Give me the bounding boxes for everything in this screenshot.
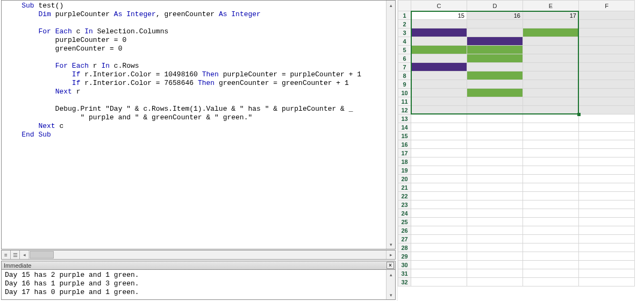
row-header-29[interactable]: 29 xyxy=(398,252,411,261)
cell-F28[interactable] xyxy=(579,243,635,252)
cell-C9[interactable] xyxy=(411,80,467,89)
cell-F8[interactable] xyxy=(579,71,635,80)
row-header-24[interactable]: 24 xyxy=(398,209,411,218)
cell-D20[interactable] xyxy=(467,175,523,183)
cell-C17[interactable] xyxy=(411,149,467,157)
cell-F13[interactable] xyxy=(579,114,635,123)
cell-E15[interactable] xyxy=(523,132,579,140)
cell-F21[interactable] xyxy=(579,183,635,192)
cell-D13[interactable] xyxy=(467,114,523,123)
cell-D4[interactable] xyxy=(467,37,523,46)
row-header-12[interactable]: 12 xyxy=(398,106,411,114)
column-header-D[interactable]: D xyxy=(467,1,523,11)
cell-D6[interactable] xyxy=(467,54,523,63)
row-header-18[interactable]: 18 xyxy=(398,157,411,166)
scroll-down-icon[interactable]: ▾ xyxy=(387,240,395,249)
row-header-25[interactable]: 25 xyxy=(398,218,411,226)
cell-E6[interactable] xyxy=(523,54,579,63)
cell-C8[interactable] xyxy=(411,71,467,80)
cell-E4[interactable] xyxy=(523,37,579,46)
cell-E22[interactable] xyxy=(523,192,579,200)
row-header-13[interactable]: 13 xyxy=(398,114,411,123)
cell-E19[interactable] xyxy=(523,166,579,175)
cell-F18[interactable] xyxy=(579,157,635,166)
cell-C2[interactable] xyxy=(411,20,467,28)
procedure-view-button[interactable]: ≡ xyxy=(2,250,11,259)
cell-C29[interactable] xyxy=(411,252,467,261)
cell-F9[interactable] xyxy=(579,80,635,89)
cell-C16[interactable] xyxy=(411,140,467,149)
cell-C24[interactable] xyxy=(411,209,467,218)
spreadsheet-grid[interactable]: CDEF115161723456789101112131415161718192… xyxy=(398,0,635,286)
cell-E25[interactable] xyxy=(523,218,579,226)
cell-D24[interactable] xyxy=(467,209,523,218)
cell-C27[interactable] xyxy=(411,235,467,243)
cell-C32[interactable] xyxy=(411,278,467,286)
cell-F27[interactable] xyxy=(579,235,635,243)
scroll-right-icon[interactable]: ▸ xyxy=(386,250,395,259)
cell-F20[interactable] xyxy=(579,175,635,183)
cell-C3[interactable] xyxy=(411,28,467,37)
cell-D12[interactable] xyxy=(467,106,523,114)
scroll-left-icon[interactable]: ◂ xyxy=(20,250,29,259)
cell-F22[interactable] xyxy=(579,192,635,200)
cell-F6[interactable] xyxy=(579,54,635,63)
cell-C6[interactable] xyxy=(411,54,467,63)
cell-F29[interactable] xyxy=(579,252,635,261)
cell-E7[interactable] xyxy=(523,63,579,71)
immediate-window-header[interactable]: Immediate × xyxy=(1,261,396,270)
cell-C10[interactable] xyxy=(411,89,467,97)
row-header-32[interactable]: 32 xyxy=(398,278,411,286)
cell-E30[interactable] xyxy=(523,261,579,269)
cell-C25[interactable] xyxy=(411,218,467,226)
row-header-3[interactable]: 3 xyxy=(398,28,411,37)
cell-F19[interactable] xyxy=(579,166,635,175)
spreadsheet-pane[interactable]: CDEF115161723456789101112131415161718192… xyxy=(398,0,644,301)
cell-D18[interactable] xyxy=(467,157,523,166)
row-header-10[interactable]: 10 xyxy=(398,89,411,97)
cell-E3[interactable] xyxy=(523,28,579,37)
cell-E14[interactable] xyxy=(523,123,579,132)
cell-E5[interactable] xyxy=(523,46,579,54)
cell-F4[interactable] xyxy=(579,37,635,46)
cell-C1[interactable]: 15 xyxy=(411,11,467,20)
cell-D30[interactable] xyxy=(467,261,523,269)
cell-D21[interactable] xyxy=(467,183,523,192)
row-header-6[interactable]: 6 xyxy=(398,54,411,63)
cell-E11[interactable] xyxy=(523,97,579,106)
row-header-14[interactable]: 14 xyxy=(398,123,411,132)
cell-D15[interactable] xyxy=(467,132,523,140)
row-header-20[interactable]: 20 xyxy=(398,175,411,183)
cell-C4[interactable] xyxy=(411,37,467,46)
cell-E13[interactable] xyxy=(523,114,579,123)
cell-C19[interactable] xyxy=(411,166,467,175)
cell-E27[interactable] xyxy=(523,235,579,243)
column-header-F[interactable]: F xyxy=(579,1,635,11)
row-header-7[interactable]: 7 xyxy=(398,63,411,71)
cell-C26[interactable] xyxy=(411,226,467,235)
cell-C23[interactable] xyxy=(411,200,467,209)
cell-C14[interactable] xyxy=(411,123,467,132)
cell-E29[interactable] xyxy=(523,252,579,261)
row-header-5[interactable]: 5 xyxy=(398,46,411,54)
cell-E1[interactable]: 17 xyxy=(523,11,579,20)
immediate-window[interactable]: Day 15 has 2 purple and 1 green. Day 16 … xyxy=(1,270,396,300)
cell-D17[interactable] xyxy=(467,149,523,157)
cell-F31[interactable] xyxy=(579,269,635,278)
row-header-16[interactable]: 16 xyxy=(398,140,411,149)
row-header-31[interactable]: 31 xyxy=(398,269,411,278)
row-header-27[interactable]: 27 xyxy=(398,235,411,243)
cell-C20[interactable] xyxy=(411,175,467,183)
full-module-view-button[interactable]: ☰ xyxy=(11,250,20,259)
code-horizontal-scrollbar[interactable]: ◂ ▸ xyxy=(20,250,395,259)
row-header-28[interactable]: 28 xyxy=(398,243,411,252)
cell-F2[interactable] xyxy=(579,20,635,28)
cell-F26[interactable] xyxy=(579,226,635,235)
cell-E24[interactable] xyxy=(523,209,579,218)
cell-F5[interactable] xyxy=(579,46,635,54)
cell-C7[interactable] xyxy=(411,63,467,71)
cell-F25[interactable] xyxy=(579,218,635,226)
cell-E10[interactable] xyxy=(523,89,579,97)
cell-C22[interactable] xyxy=(411,192,467,200)
cell-F23[interactable] xyxy=(579,200,635,209)
